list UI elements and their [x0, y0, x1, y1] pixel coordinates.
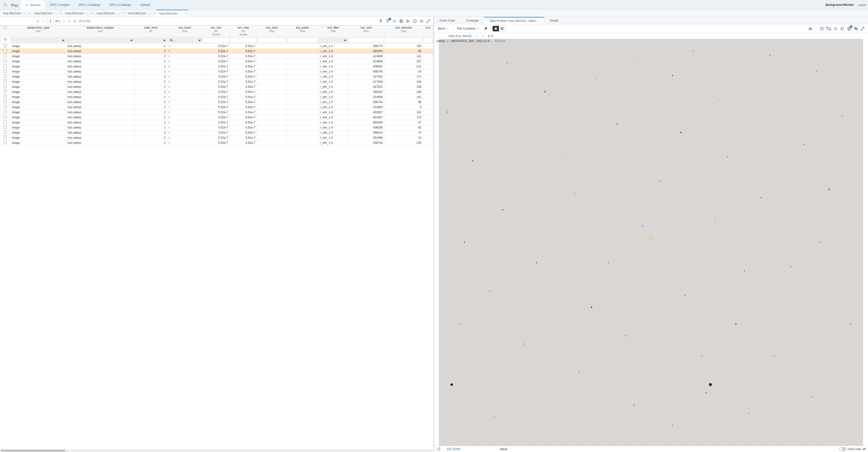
table-row[interactable]: imagelsst.calexp2r5.52e-76.91e-7r_sim_1.… [0, 49, 433, 54]
row-checkbox[interactable] [4, 95, 7, 98]
filter-em_min[interactable] [203, 38, 229, 43]
col-dataproduct_subtype[interactable]: dataproduct_subtypechar [66, 26, 134, 37]
expand-viewer-icon[interactable] [860, 26, 866, 32]
prev-page-icon[interactable] [41, 19, 45, 23]
settings-icon[interactable] [419, 18, 425, 24]
table-row[interactable]: imagelsst.calexp2r5.52e-76.91e-7r_sim_1.… [0, 89, 433, 95]
click-lock-toggle[interactable]: Click Lock: off [839, 447, 866, 451]
col-lsst_tract[interactable]: lsst_tractlong [257, 26, 287, 37]
page-input[interactable] [46, 19, 54, 24]
table-row[interactable]: imagelsst.calexp2r5.52e-76.91e-7r_sim_1.… [0, 105, 433, 110]
filter-lsst_visit[interactable] [348, 38, 383, 43]
filter-dataproduct_type[interactable] [11, 38, 65, 43]
filter-lsst_band[interactable]: IN … [168, 38, 202, 43]
text-options-icon[interactable] [392, 18, 397, 24]
row-checkbox[interactable] [4, 75, 7, 78]
hdu-next-icon[interactable] [481, 34, 486, 38]
table-row[interactable]: imagelsst.calexp2r5.52e-76.91e-7r_sim_1.… [0, 59, 433, 64]
image-viewport[interactable] [439, 39, 863, 446]
save-icon[interactable] [398, 18, 404, 24]
tools-icon[interactable] [807, 26, 813, 32]
logout-link[interactable]: Logout [858, 3, 866, 6]
nav-tab-dp0-2-images[interactable]: DP0.2 Images [45, 0, 74, 9]
row-checkbox[interactable] [4, 69, 7, 73]
filter-row-icon[interactable] [4, 38, 7, 41]
grid-view-icon[interactable] [499, 26, 505, 31]
row-checkbox[interactable] [4, 136, 7, 139]
row-checkbox[interactable] [4, 49, 7, 52]
first-page-icon[interactable] [36, 19, 40, 23]
query-tab-0[interactable]: ivoa.ObsCore - …× [0, 10, 31, 17]
background-monitor-button[interactable]: Background Monitor [826, 3, 854, 6]
lasso-icon[interactable] [839, 26, 845, 32]
row-checkbox[interactable] [4, 121, 7, 124]
close-icon[interactable]: × [185, 12, 186, 15]
filter-em_max[interactable] [230, 38, 256, 43]
row-checkbox[interactable] [4, 100, 7, 103]
filter-calib_level[interactable] [135, 38, 166, 43]
nav-tab-dp0-3-catalogs[interactable]: DP0.3 Catalogs [105, 0, 136, 9]
table-row[interactable]: imagelsst.calexp2r5.52e-76.91e-7r_sim_1.… [0, 64, 433, 69]
col-dataproduct_type[interactable]: dataproduct_typechar [10, 26, 66, 37]
table-row[interactable]: imagelsst.calexp2r5.52e-76.91e-7r_sim_1.… [0, 115, 433, 120]
nav-tab-results[interactable]: Results [20, 0, 45, 10]
viewer-tab-2[interactable]: Data Product: ivoa.ObsCore - data-i… [484, 17, 544, 24]
layers-icon[interactable]: 2 [846, 26, 852, 32]
row-checkbox[interactable] [4, 110, 7, 114]
microscope-icon[interactable] [378, 18, 384, 24]
query-tab-3[interactable]: ivoa.ObsCore - …× [94, 10, 125, 17]
filter-ls a[interactable] [424, 38, 433, 43]
row-checkbox[interactable] [4, 44, 7, 47]
table-row[interactable]: imagelsst.calexp2r5.52e-76.91e-7r_sim_1.… [0, 120, 433, 125]
query-tab-2[interactable]: ivoa.ObsCore - …× [63, 10, 94, 17]
popout-icon[interactable] [436, 447, 441, 451]
flip-icon[interactable] [833, 26, 838, 32]
color-palette-icon[interactable] [819, 26, 825, 32]
viewer-tab-1[interactable]: Coverage [461, 17, 484, 24]
h-scrollbar[interactable] [0, 450, 433, 452]
row-checkbox[interactable] [4, 105, 7, 109]
view-mode-toggle[interactable] [492, 26, 505, 32]
close-icon[interactable]: × [60, 12, 61, 15]
table-row[interactable]: imagelsst.calexp2r5.52e-76.91e-7r_sim_1.… [0, 100, 433, 105]
last-page-icon[interactable] [67, 19, 71, 23]
row-checkbox[interactable] [4, 115, 7, 119]
table-row[interactable]: imagelsst.calexp2r5.52e-76.91e-7r_sim_1.… [0, 95, 433, 100]
col-em_min[interactable]: em_min(m)double [203, 26, 230, 37]
table-row[interactable]: imagelsst.calexp2r5.52e-76.91e-7r_sim_1.… [0, 79, 433, 84]
row-checkbox[interactable] [4, 141, 7, 144]
viewer-tab-3[interactable]: Details [544, 17, 564, 24]
col-calib_level[interactable]: calib_levelint [134, 26, 167, 37]
expand-icon[interactable] [426, 18, 431, 24]
table-row[interactable]: imagelsst.calexp2r5.52e-76.91e-7r_sim_1.… [0, 43, 433, 49]
close-icon[interactable]: × [91, 12, 93, 15]
row-checkbox[interactable] [4, 64, 7, 68]
table-row[interactable]: imagelsst.calexp2r5.52e-76.91e-7r_sim_1.… [0, 141, 433, 146]
query-tab-1[interactable]: ivoa.ObsCore - …× [31, 10, 63, 17]
add-column-icon[interactable] [405, 18, 411, 24]
nav-tab-dp0-2-catalogs[interactable]: DP0.2 Catalogs [74, 0, 105, 9]
col-lsst_visit[interactable]: lsst_visitlong [348, 26, 384, 37]
table-row[interactable]: imagelsst.calexp2r5.52e-76.91e-7r_sim_1.… [0, 135, 433, 141]
select-all-checkbox[interactable] [4, 26, 7, 29]
filter-lsst_patch[interactable] [287, 38, 318, 43]
mask-icon[interactable] [853, 26, 859, 32]
single-view-icon[interactable] [493, 26, 499, 31]
close-icon[interactable]: × [153, 12, 155, 15]
hdu-prev-icon[interactable] [474, 34, 478, 38]
row-checkbox[interactable] [4, 54, 7, 58]
zoom-fit-icon[interactable] [826, 26, 832, 32]
pin-icon[interactable] [483, 26, 489, 32]
table-row[interactable]: imagelsst.calexp2r5.52e-76.91e-7r_sim_1.… [0, 84, 433, 89]
table-row[interactable]: imagelsst.calexp2r5.52e-76.91e-7r_sim_1.… [0, 130, 433, 135]
row-checkbox[interactable] [4, 90, 7, 93]
table-row[interactable]: imagelsst.calexp2r5.52e-76.91e-7r_sim_1.… [0, 69, 433, 74]
viewer-tab-0[interactable]: Active Chart [434, 17, 461, 24]
filter-dataproduct_subtype[interactable] [67, 38, 133, 43]
close-icon[interactable]: × [122, 12, 124, 15]
row-checkbox[interactable] [4, 80, 7, 83]
query-tab-4[interactable]: ivoa.ObsCore - …× [125, 10, 156, 17]
table-row[interactable]: imagelsst.calexp2r5.52e-76.91e-7r_sim_1.… [0, 54, 433, 59]
table-row[interactable]: imagelsst.calexp2r5.52e-76.91e-7r_sim_1.… [0, 125, 433, 130]
next-page-icon[interactable] [62, 19, 66, 23]
